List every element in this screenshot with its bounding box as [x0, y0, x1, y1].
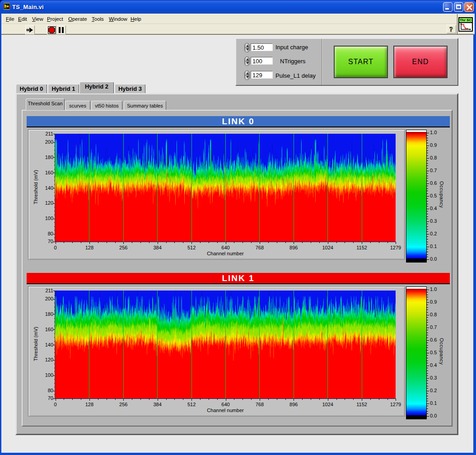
- svg-text:?: ?: [449, 26, 453, 33]
